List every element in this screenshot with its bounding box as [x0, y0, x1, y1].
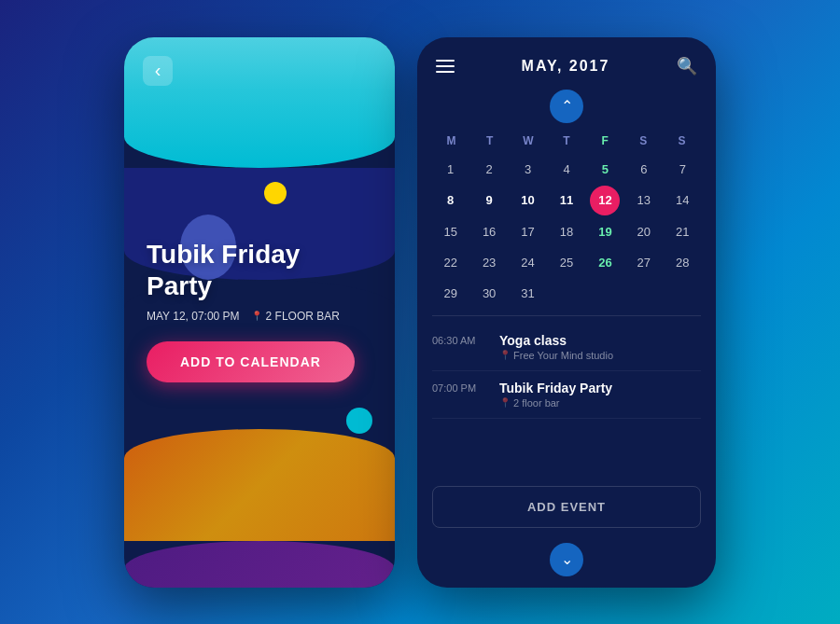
left-phone-inner: ‹ Tubik Friday Party MAY 12, 07:00 PM 📍 … [124, 37, 395, 588]
calendar-divider [432, 315, 701, 316]
events-list: 06:30 AM Yoga class 📍 Free Your Mind stu… [417, 324, 716, 478]
calendar-day[interactable]: 7 [665, 155, 701, 184]
venue-pin-icon: 📍 [499, 350, 511, 360]
calendar-day[interactable]: 10 [510, 186, 546, 215]
calendar-day[interactable]: 13 [625, 186, 662, 215]
calendar-day[interactable]: 28 [665, 248, 701, 277]
menu-line-3 [436, 71, 455, 73]
deco-teal-circle [346, 408, 372, 434]
event-info: Yoga class 📍 Free Your Mind studio [499, 333, 701, 361]
month-title: MAY, 2017 [522, 58, 610, 75]
weekday-sat: S [624, 131, 663, 151]
calendar-day[interactable]: 25 [548, 248, 584, 277]
event-info: Tubik Friday Party 📍 2 floor bar [499, 381, 701, 409]
weekday-headers: M T W T F S S [432, 131, 701, 151]
event-name: Yoga class [499, 333, 701, 348]
chevron-up-container: ⌃ [417, 86, 716, 131]
calendar-day[interactable]: 9 [470, 186, 507, 215]
event-location-text: 2 FLOOR BAR [266, 310, 340, 323]
deco-yellow-circle [264, 182, 287, 204]
calendar-days: 1234567891011121314151617181920212223242… [432, 155, 701, 308]
chevron-up-button[interactable]: ⌃ [550, 90, 583, 123]
menu-line-2 [436, 65, 455, 67]
calendar-day[interactable]: 1 [432, 155, 469, 184]
calendar-day[interactable]: 20 [625, 217, 662, 246]
search-icon[interactable]: 🔍 [677, 56, 697, 76]
chevron-down-button[interactable]: ⌄ [550, 543, 583, 576]
wave-orange [124, 429, 395, 541]
calendar-day[interactable]: 27 [625, 248, 662, 277]
back-button[interactable]: ‹ [143, 56, 173, 86]
event-location: 📍 2 FLOOR BAR [251, 310, 340, 323]
calendar-day[interactable]: 19 [587, 217, 623, 246]
event-time: 07:00 PM [432, 381, 488, 409]
calendar-day[interactable]: 24 [510, 248, 546, 277]
calendar-day[interactable]: 26 [587, 248, 623, 277]
calendar-day[interactable]: 6 [625, 155, 662, 184]
add-event-button[interactable]: ADD EVENT [432, 486, 701, 528]
event-venue: 📍 2 floor bar [499, 397, 701, 409]
event-date: MAY 12, 07:00 PM [147, 310, 240, 323]
weekday-fri: F [586, 131, 624, 151]
calendar-day-today[interactable]: 12 [590, 186, 620, 215]
wave-purple [124, 541, 395, 588]
calendar-day[interactable]: 3 [510, 155, 546, 184]
event-venue: 📍 Free Your Mind studio [499, 350, 701, 361]
calendar-day[interactable]: 23 [470, 248, 507, 277]
calendar-day[interactable]: 2 [470, 155, 507, 184]
calendar-day[interactable]: 16 [470, 217, 507, 246]
weekday-wed: W [509, 131, 547, 151]
event-time: 06:30 AM [432, 333, 488, 361]
calendar-day[interactable]: 21 [665, 217, 701, 246]
calendar-day[interactable]: 15 [432, 217, 469, 246]
weekday-tue: T [470, 131, 509, 151]
calendar-day[interactable]: 11 [548, 186, 584, 215]
right-phone: MAY, 2017 🔍 ⌃ M T W T F S S 123456789101… [417, 37, 716, 588]
event-meta: MAY 12, 07:00 PM 📍 2 FLOOR BAR [147, 310, 372, 323]
calendar-day[interactable]: 8 [432, 186, 469, 215]
menu-line-1 [436, 60, 455, 62]
calendar-day[interactable]: 22 [432, 248, 469, 277]
event-item: 06:30 AM Yoga class 📍 Free Your Mind stu… [432, 324, 701, 371]
event-content: Tubik Friday Party MAY 12, 07:00 PM 📍 2 … [147, 239, 372, 381]
left-phone: ‹ Tubik Friday Party MAY 12, 07:00 PM 📍 … [124, 37, 395, 588]
chevron-down-container: ⌄ [417, 535, 716, 588]
pin-icon: 📍 [251, 311, 262, 321]
calendar-day[interactable]: 31 [510, 279, 546, 308]
venue-text: Free Your Mind studio [513, 350, 613, 361]
weekday-thu: T [547, 131, 585, 151]
event-title: Tubik Friday Party [147, 239, 372, 301]
calendar-day[interactable]: 18 [548, 217, 584, 246]
calendar-day[interactable]: 17 [510, 217, 546, 246]
venue-pin-icon: 📍 [499, 397, 511, 408]
menu-icon[interactable] [436, 60, 455, 73]
calendar-day[interactable]: 4 [548, 155, 584, 184]
weekday-mon: M [432, 131, 470, 151]
calendar-header: MAY, 2017 🔍 [417, 37, 716, 86]
venue-text: 2 floor bar [513, 397, 560, 409]
calendar-day[interactable]: 29 [432, 279, 469, 308]
weekday-sun: S [663, 131, 701, 151]
event-name: Tubik Friday Party [499, 381, 701, 395]
calendar-day[interactable]: 5 [587, 155, 623, 184]
calendar-day[interactable]: 14 [665, 186, 701, 215]
add-to-calendar-button[interactable]: ADD TO CALENDAR [147, 341, 355, 382]
calendar-grid: M T W T F S S 12345678910111213141516171… [417, 131, 716, 308]
event-item: 07:00 PM Tubik Friday Party 📍 2 floor ba… [432, 371, 701, 419]
calendar-day[interactable]: 30 [470, 279, 507, 308]
